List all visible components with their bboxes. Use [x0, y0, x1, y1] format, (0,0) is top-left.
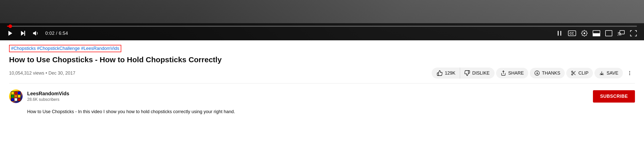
svg-text:CC: CC	[570, 32, 574, 35]
svg-point-23	[629, 74, 630, 75]
save-button[interactable]: SAVE	[594, 68, 623, 78]
channel-text: LeesRandomVids 28.6K subscribers	[27, 91, 69, 102]
clip-button[interactable]: CLIP	[566, 68, 593, 78]
description: How to Use Chopsticks - In this video I …	[27, 108, 254, 115]
thanks-button[interactable]: THANKS	[530, 68, 565, 78]
svg-point-21	[629, 71, 630, 72]
svg-rect-5	[560, 31, 561, 36]
svg-marker-0	[8, 31, 12, 36]
video-controls: 0:02 / 6:54 CC	[0, 23, 644, 40]
thanks-icon	[534, 70, 540, 76]
action-buttons: 129K DISLIKE	[432, 68, 635, 79]
thanks-label: THANKS	[542, 71, 560, 76]
channel-subscribers: 28.6K subscribers	[27, 97, 69, 102]
view-date: 10,054,312 views • Dec 30, 2017	[9, 71, 75, 76]
channel-row: LeesRandomVids 28.6K subscribers SUBSCRI…	[9, 89, 635, 103]
captions-button[interactable]: CC	[568, 30, 576, 36]
settings-button[interactable]	[581, 30, 588, 37]
dislike-label: DISLIKE	[472, 71, 490, 76]
save-label: SAVE	[607, 71, 618, 76]
avatar[interactable]	[9, 89, 23, 103]
hashtags[interactable]: #Chopsticks #ChopstickChallenge #LeesRan…	[9, 45, 121, 52]
share-button[interactable]: SHARE	[496, 68, 528, 78]
time-display: 0:02 / 6:54	[45, 31, 68, 36]
volume-button[interactable]	[32, 30, 39, 37]
screen-button[interactable]	[605, 30, 612, 36]
progress-bar[interactable]	[7, 26, 637, 27]
share-icon	[501, 70, 506, 76]
scissors-icon	[571, 70, 576, 76]
like-dislike-group: 129K DISLIKE	[432, 68, 495, 79]
svg-marker-1	[21, 31, 24, 36]
svg-rect-9	[593, 34, 600, 36]
controls-row: 0:02 / 6:54 CC	[7, 30, 637, 37]
video-title: How to Use Chopsticks - How to Hold Chop…	[9, 55, 635, 65]
play-button[interactable]	[7, 30, 14, 37]
fullscreen-button[interactable]	[630, 30, 637, 37]
svg-line-17	[574, 74, 576, 75]
progress-dot	[9, 24, 12, 28]
svg-marker-3	[33, 31, 36, 36]
clip-label: CLIP	[578, 71, 588, 76]
cast-button[interactable]	[617, 30, 625, 37]
svg-rect-10	[606, 30, 612, 36]
channel-name[interactable]: LeesRandomVids	[27, 91, 69, 97]
like-count: 129K	[445, 71, 455, 76]
meta-row: 10,054,312 views • Dec 30, 2017 129K	[9, 68, 635, 83]
theater-button[interactable]	[593, 30, 600, 36]
share-label: SHARE	[508, 71, 524, 76]
thumbs-down-icon	[464, 70, 470, 76]
more-options-button[interactable]	[624, 68, 635, 78]
save-icon	[599, 70, 605, 76]
controls-right: CC	[556, 30, 637, 37]
subscribe-button[interactable]: SUBSCRIBE	[593, 90, 635, 103]
channel-info: LeesRandomVids 28.6K subscribers	[9, 89, 69, 103]
like-button[interactable]: 129K	[432, 68, 460, 79]
rubiks-cube-icon	[11, 91, 21, 101]
video-player: 0:02 / 6:54 CC	[0, 0, 644, 40]
svg-point-15	[572, 74, 573, 75]
next-button[interactable]	[20, 30, 26, 37]
svg-point-22	[629, 73, 630, 73]
miniplayer-button[interactable]	[556, 30, 563, 37]
controls-left: 0:02 / 6:54	[7, 30, 68, 37]
thumbs-up-icon	[437, 70, 443, 76]
svg-rect-2	[24, 31, 25, 36]
svg-rect-4	[558, 31, 559, 36]
content-area: #Chopsticks #ChopstickChallenge #LeesRan…	[0, 40, 644, 121]
dislike-button[interactable]: DISLIKE	[460, 68, 495, 79]
progress-fill	[7, 26, 10, 27]
